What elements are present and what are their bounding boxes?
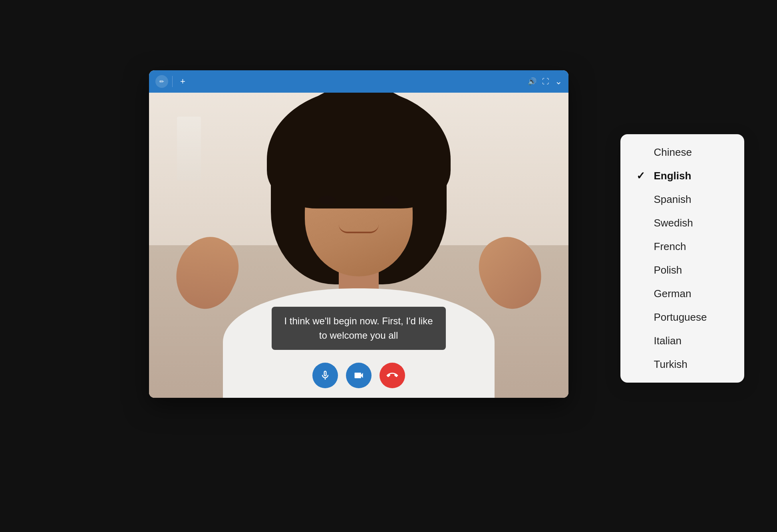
lang-item-polish[interactable]: Polish: [620, 258, 744, 282]
add-tab-button[interactable]: +: [177, 75, 189, 88]
person-hair-front: [267, 93, 451, 208]
lang-label: Spanish: [654, 193, 692, 206]
title-bar-right: 🔊 ⛶ ⌄: [528, 76, 562, 87]
lang-item-portuguese[interactable]: Portuguese: [620, 306, 744, 329]
lang-item-italian[interactable]: Italian: [620, 329, 744, 353]
lang-label: Portuguese: [654, 311, 707, 324]
lang-label: German: [654, 288, 692, 300]
language-dropdown: Chinese✓EnglishSpanishSwedishFrenchPolis…: [620, 134, 744, 383]
check-icon: ✓: [636, 170, 648, 182]
main-scene: ✏ + 🔊 ⛶ ⌄: [125, 46, 652, 486]
lang-item-french[interactable]: French: [620, 235, 744, 258]
fullscreen-icon[interactable]: ⛶: [542, 77, 549, 86]
camera-icon: [353, 370, 364, 381]
lang-item-swedish[interactable]: Swedish: [620, 211, 744, 235]
lang-label: French: [654, 240, 686, 253]
lang-label: Swedish: [654, 217, 693, 229]
controls-bar: [312, 363, 405, 388]
lang-item-english[interactable]: ✓English: [620, 164, 744, 188]
mic-button[interactable]: [312, 363, 338, 388]
lang-item-spanish[interactable]: Spanish: [620, 188, 744, 211]
lang-item-german[interactable]: German: [620, 282, 744, 306]
title-bar-left: ✏ +: [155, 75, 189, 88]
subtitle-box: I think we'll begin now. First, I'd like…: [272, 307, 446, 350]
lang-label: Italian: [654, 335, 682, 347]
hangup-icon: [384, 367, 400, 383]
subtitle-line2: to welcome you all: [284, 328, 433, 343]
title-bar: ✏ + 🔊 ⛶ ⌄: [149, 70, 568, 93]
camera-button[interactable]: [346, 363, 372, 388]
video-window: ✏ + 🔊 ⛶ ⌄: [149, 70, 568, 398]
lang-item-turkish[interactable]: Turkish: [620, 353, 744, 376]
title-bar-divider: [172, 76, 173, 87]
subtitle-line1: I think we'll begin now. First, I'd like: [284, 316, 433, 326]
mic-icon: [320, 370, 331, 381]
lang-label: Polish: [654, 264, 682, 276]
room-accent-light: [177, 117, 201, 181]
pencil-icon: ✏: [159, 78, 164, 85]
lang-label: Chinese: [654, 146, 692, 159]
sound-icon[interactable]: 🔊: [528, 77, 537, 86]
lang-item-chinese[interactable]: Chinese: [620, 141, 744, 164]
lang-label: English: [654, 170, 692, 182]
pencil-button[interactable]: ✏: [155, 75, 168, 88]
person-smile: [339, 224, 379, 233]
chevron-down-icon[interactable]: ⌄: [555, 76, 562, 87]
hangup-button[interactable]: [380, 363, 405, 388]
video-area: I think we'll begin now. First, I'd like…: [149, 93, 568, 398]
person-eyes: [319, 195, 399, 206]
lang-label: Turkish: [654, 358, 688, 371]
